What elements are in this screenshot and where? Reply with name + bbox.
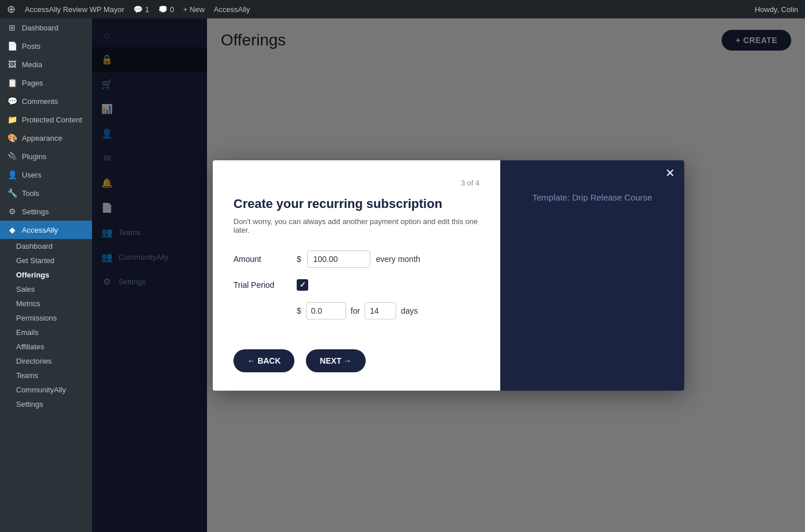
modal-step-indicator: 3 of 4	[233, 179, 480, 187]
sidebar-item-accessally[interactable]: ◆ AccessAlly	[0, 221, 92, 239]
close-button[interactable]: ✕	[665, 167, 675, 179]
submenu-getstarted[interactable]: Get Started	[0, 253, 92, 268]
sidebar-item-plugins[interactable]: 🔌 Plugins	[0, 147, 92, 165]
new-button[interactable]: + New	[183, 5, 205, 14]
media-icon: 🖼	[7, 60, 17, 69]
back-button[interactable]: ← BACK	[233, 349, 294, 372]
submenu-permissions[interactable]: Permissions	[0, 311, 92, 325]
modal-overlay: 3 of 4 Create your recurring subscriptio…	[92, 18, 805, 532]
trial-period-checkbox[interactable]	[297, 279, 308, 291]
modal-right-panel: ✕ Template: Drip Release Course	[500, 160, 684, 391]
amount-input[interactable]	[307, 250, 370, 268]
trial-amount-row: $ for days	[297, 302, 480, 319]
tools-icon: 🔧	[7, 188, 17, 198]
modal-actions: ← BACK NEXT →	[233, 336, 480, 372]
trial-for-label: for	[351, 306, 360, 315]
accessally-icon: ◆	[7, 225, 17, 234]
frequency-label: every month	[376, 255, 420, 264]
submenu-directories[interactable]: Directories	[0, 354, 92, 368]
trial-currency-symbol: $	[297, 306, 301, 315]
modal-dialog: 3 of 4 Create your recurring subscriptio…	[213, 160, 684, 391]
users-icon: 👤	[7, 170, 17, 179]
modal-left-panel: 3 of 4 Create your recurring subscriptio…	[213, 160, 500, 391]
sidebar-item-appearance[interactable]: 🎨 Appearance	[0, 129, 92, 147]
sidebar-item-protected-content[interactable]: 📁 Protected Content	[0, 110, 92, 129]
submenu-emails[interactable]: Emails	[0, 325, 92, 340]
amount-label: Amount	[233, 255, 291, 264]
plugin-label[interactable]: AccessAlly	[214, 5, 250, 14]
sidebar-item-settings[interactable]: ⚙ Settings	[0, 202, 92, 221]
wp-sidebar: ⊞ Dashboard 📄 Posts 🖼 Media 📋 Pages 💬 Co…	[0, 18, 92, 532]
site-name[interactable]: AccessAlly Review WP Mayor	[25, 5, 124, 14]
wp-logo-icon: ⊕	[7, 3, 16, 16]
sidebar-item-users[interactable]: 👤 Users	[0, 165, 92, 184]
dashboard-icon: ⊞	[7, 23, 17, 32]
content-area: ⌂ 🔒 🛒 📊 👤 ✉ 🔔 📄 👥	[92, 18, 805, 532]
trial-period-label: Trial Period	[233, 280, 291, 290]
template-label: Template: Drip Release Course	[532, 192, 652, 202]
trial-days-label: days	[401, 306, 418, 315]
sidebar-item-tools[interactable]: 🔧 Tools	[0, 184, 92, 202]
admin-bar: ⊕ AccessAlly Review WP Mayor 💬 1 💭 0 + N…	[0, 0, 805, 18]
submenu-teams[interactable]: Teams	[0, 368, 92, 383]
appearance-icon: 🎨	[7, 133, 17, 142]
submenu-settings[interactable]: Settings	[0, 397, 92, 411]
plugins-icon: 🔌	[7, 152, 17, 161]
next-button[interactable]: NEXT →	[306, 349, 365, 372]
submenu-offerings[interactable]: Offerings	[0, 268, 92, 282]
submenu-dashboard[interactable]: Dashboard	[0, 239, 92, 253]
modal-subtitle: Don't worry, you can always add another …	[233, 217, 480, 234]
trial-amount-input[interactable]	[306, 302, 346, 319]
sidebar-item-pages[interactable]: 📋 Pages	[0, 74, 92, 92]
modal-title: Create your recurring subscription	[233, 196, 480, 211]
sidebar-item-dashboard[interactable]: ⊞ Dashboard	[0, 18, 92, 37]
protected-content-icon: 📁	[7, 115, 17, 124]
submenu-affiliates[interactable]: Affiliates	[0, 340, 92, 354]
trial-period-row: Trial Period	[233, 279, 480, 291]
trial-days-input[interactable]	[365, 302, 396, 319]
sidebar-item-comments[interactable]: 💬 Comments	[0, 92, 92, 110]
submenu-metrics[interactable]: Metrics	[0, 296, 92, 311]
currency-symbol: $	[297, 255, 301, 264]
sidebar-item-posts[interactable]: 📄 Posts	[0, 37, 92, 55]
comments-icon[interactable]: 💬 1	[133, 5, 149, 14]
posts-icon: 📄	[7, 41, 17, 51]
comments-menu-icon: 💬	[7, 97, 17, 106]
submenu-communityally[interactable]: CommunityAlly	[0, 383, 92, 397]
settings-icon: ⚙	[7, 207, 17, 216]
submenu-sales[interactable]: Sales	[0, 282, 92, 296]
bubble-icon[interactable]: 💭 0	[158, 5, 174, 14]
pages-icon: 📋	[7, 78, 17, 87]
sidebar-item-media[interactable]: 🖼 Media	[0, 55, 92, 74]
amount-row: Amount $ every month	[233, 250, 480, 268]
user-greeting: Howdy, Colin	[754, 5, 798, 14]
